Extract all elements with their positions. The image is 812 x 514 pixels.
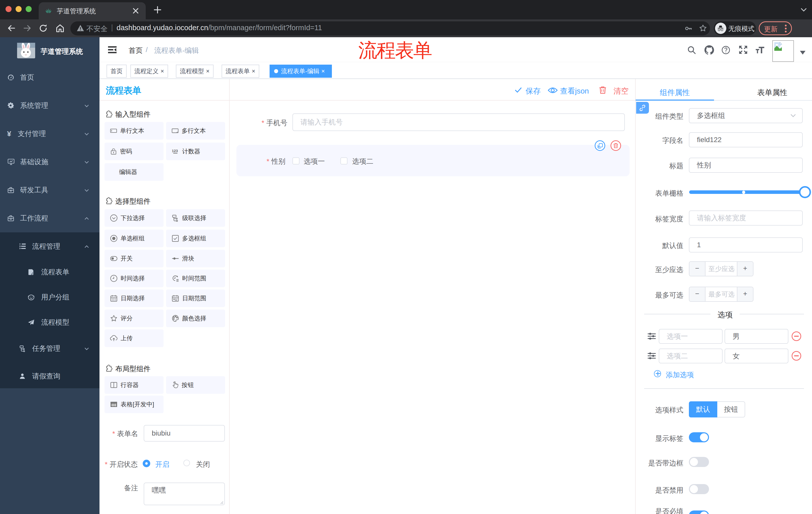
svg-text:123: 123 [172,149,178,153]
